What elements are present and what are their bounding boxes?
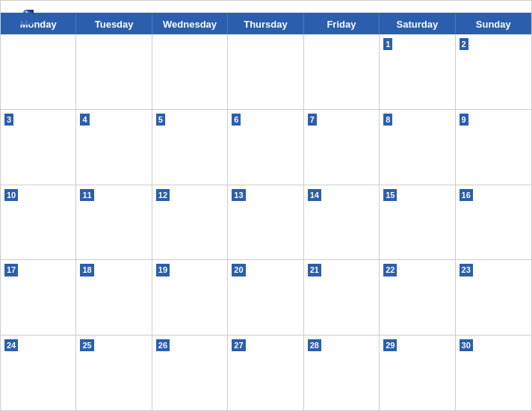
day-cell: 5 (152, 110, 228, 185)
day-number: 28 (308, 339, 321, 351)
day-number: 4 (80, 114, 89, 126)
week-row-1: 12 (1, 34, 531, 110)
day-cell: 22 (380, 260, 455, 335)
day-cell: 12 (152, 185, 228, 260)
day-number: 9 (460, 114, 468, 126)
day-cell: 2 (456, 34, 531, 109)
day-cell: 17 (1, 260, 76, 335)
day-cell: 20 (228, 260, 303, 335)
day-cell (228, 34, 303, 109)
day-cell (152, 34, 228, 109)
day-cell: 28 (304, 336, 380, 410)
day-number: 21 (308, 264, 321, 276)
day-header-friday: Friday (304, 14, 380, 34)
day-number: 10 (4, 189, 18, 201)
day-cell: 26 (152, 336, 228, 410)
day-cell (1, 34, 76, 109)
day-cell: 6 (228, 110, 303, 185)
day-number: 22 (383, 264, 397, 276)
day-number: 11 (80, 189, 93, 201)
day-number: 2 (460, 38, 468, 50)
day-number: 27 (232, 339, 245, 351)
day-cell: 19 (152, 260, 228, 335)
day-cell: 11 (76, 185, 152, 260)
day-cell: 14 (304, 185, 380, 260)
logo-wrapper (13, 7, 38, 28)
calendar-grid: MondayTuesdayWednesdayThursdayFridaySatu… (1, 13, 531, 410)
day-header-tuesday: Tuesday (76, 14, 152, 34)
logo-icon (13, 7, 37, 28)
day-number: 13 (232, 189, 245, 201)
day-header-thursday: Thursday (228, 14, 303, 34)
day-cell: 18 (76, 260, 152, 335)
week-row-5: 24252627282930 (1, 336, 531, 410)
day-number: 12 (156, 189, 170, 201)
day-number: 8 (383, 114, 392, 126)
day-number: 15 (383, 189, 397, 201)
day-number: 20 (232, 264, 245, 276)
day-header-saturday: Saturday (380, 14, 455, 34)
day-number: 5 (156, 114, 165, 126)
week-row-4: 17181920212223 (1, 260, 531, 336)
day-cell: 16 (456, 185, 531, 260)
day-cell: 15 (380, 185, 455, 260)
day-header-wednesday: Wednesday (152, 14, 228, 34)
day-cell (76, 34, 152, 109)
day-cell: 7 (304, 110, 380, 185)
calendar-container: MondayTuesdayWednesdayThursdayFridaySatu… (0, 0, 532, 411)
day-cell: 30 (456, 336, 531, 410)
day-headers: MondayTuesdayWednesdayThursdayFridaySatu… (1, 14, 531, 34)
day-cell: 3 (1, 110, 76, 185)
day-number: 18 (80, 264, 93, 276)
day-number: 24 (4, 339, 18, 351)
day-cell: 24 (1, 336, 76, 410)
day-number: 17 (4, 264, 18, 276)
day-number: 30 (460, 339, 473, 351)
day-number: 29 (383, 339, 397, 351)
day-cell: 29 (380, 336, 455, 410)
day-cell: 1 (380, 34, 455, 109)
weeks-container: 1234567891011121314151617181920212223242… (1, 34, 531, 410)
day-cell: 25 (76, 336, 152, 410)
week-row-2: 3456789 (1, 110, 531, 185)
day-number: 7 (308, 114, 317, 126)
day-header-sunday: Sunday (456, 14, 531, 34)
day-number: 3 (4, 114, 13, 126)
day-number: 25 (80, 339, 93, 351)
day-cell: 9 (456, 110, 531, 185)
logo-area (13, 7, 38, 28)
day-cell: 8 (380, 110, 455, 185)
day-cell: 13 (228, 185, 303, 260)
calendar-header (1, 1, 531, 13)
day-cell (304, 34, 380, 109)
day-cell: 27 (228, 336, 303, 410)
day-cell: 21 (304, 260, 380, 335)
day-number: 23 (460, 264, 473, 276)
day-number: 1 (383, 38, 392, 50)
day-number: 16 (460, 189, 473, 201)
day-cell: 10 (1, 185, 76, 260)
day-number: 19 (156, 264, 170, 276)
day-number: 26 (156, 339, 170, 351)
day-number: 6 (232, 114, 241, 126)
week-row-3: 10111213141516 (1, 185, 531, 261)
day-cell: 23 (456, 260, 531, 335)
day-cell: 4 (76, 110, 152, 185)
day-number: 14 (308, 189, 321, 201)
